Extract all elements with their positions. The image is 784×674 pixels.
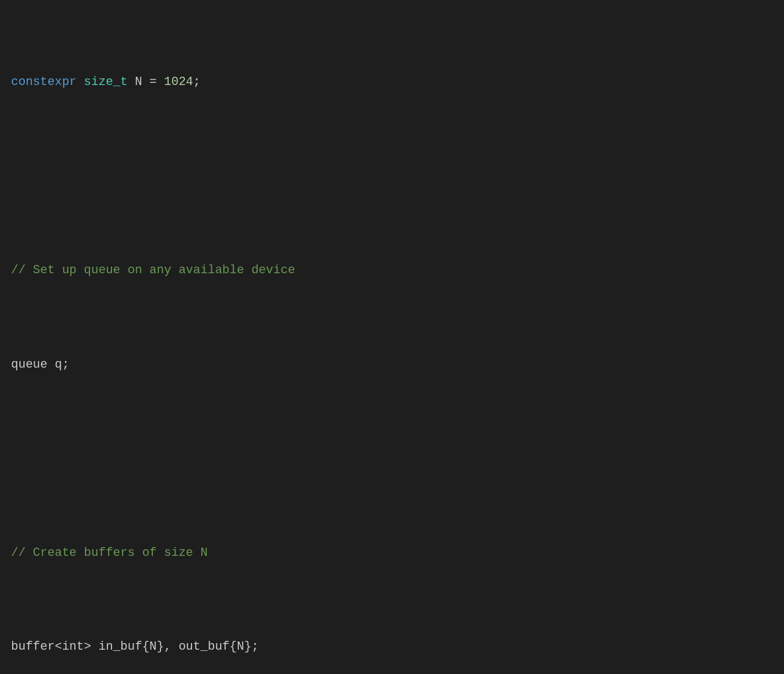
code-line-1: constexpr size_t N = 1024; <box>11 73 767 92</box>
queue-decl: queue q; <box>11 358 70 372</box>
code-line-5 <box>11 449 767 468</box>
buffer-decl: buffer<int> in_buf{N}, out_buf{N}; <box>11 640 259 654</box>
code-line-7: buffer<int> in_buf{N}, out_buf{N}; <box>11 638 767 656</box>
code-line-3: // Set up queue on any available device <box>11 261 767 280</box>
comment-create-buffers: // Create buffers of size N <box>11 546 207 560</box>
comment-setup-queue: // Set up queue on any available device <box>11 263 295 277</box>
keyword-constexpr: constexpr <box>11 75 77 89</box>
type-size_t: size_t <box>84 75 127 89</box>
code-line-4: queue q; <box>11 355 767 374</box>
code-line-2 <box>11 167 767 186</box>
code-editor: constexpr size_t N = 1024; // Set up que… <box>11 17 767 674</box>
number-1024: 1024 <box>164 75 193 89</box>
code-line-6: // Create buffers of size N <box>11 544 767 562</box>
